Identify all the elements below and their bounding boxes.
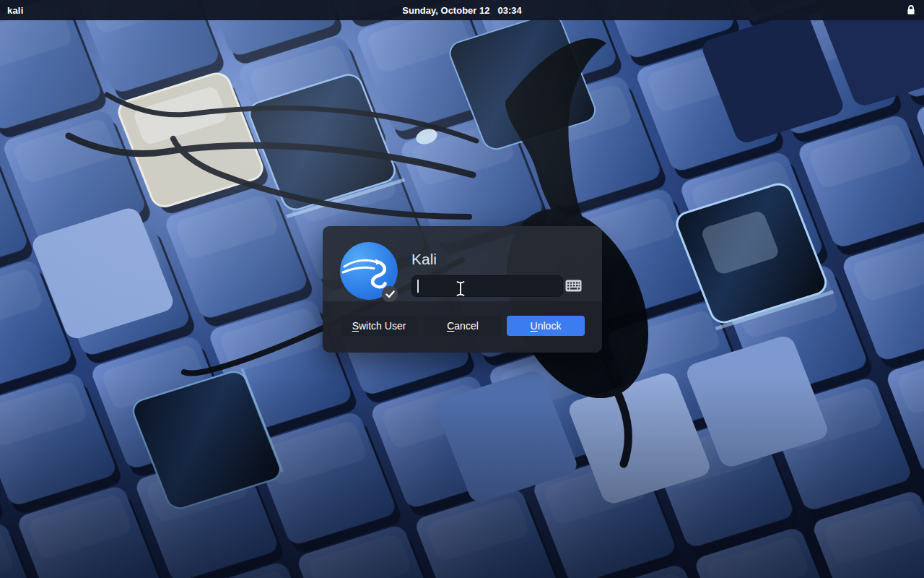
username-label: Kali — [411, 251, 437, 268]
kali-logo-avatar — [340, 242, 398, 300]
top-bar: kali Sunday, October 12 03:34 — [0, 0, 924, 20]
switch-user-button[interactable]: Switch User — [341, 316, 417, 336]
unlock-button[interactable]: Unlock — [507, 316, 585, 336]
clock-time: 03:34 — [497, 5, 521, 16]
password-input[interactable] — [411, 275, 563, 297]
on-screen-keyboard-icon[interactable] — [565, 280, 582, 292]
session-user-label: kali — [7, 5, 23, 16]
clock[interactable]: Sunday, October 12 03:34 — [402, 5, 521, 16]
clock-date: Sunday, October 12 — [402, 5, 489, 16]
lock-screen: kali Sunday, October 12 03:34 — [0, 0, 924, 578]
lock-icon — [905, 4, 917, 16]
cancel-button[interactable]: Cancel — [424, 316, 502, 336]
checkmark-badge — [382, 286, 398, 302]
text-caret — [417, 280, 419, 293]
text-cursor-ibeam — [455, 280, 466, 298]
